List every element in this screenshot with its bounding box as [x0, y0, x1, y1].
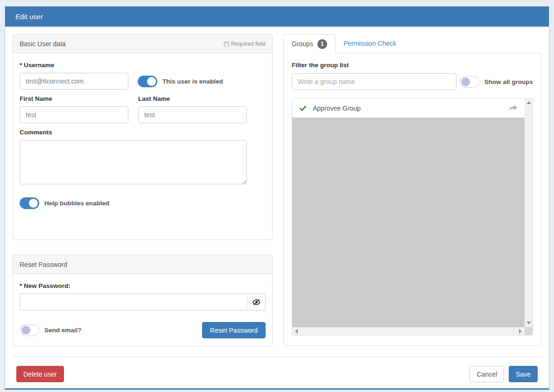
comments-textarea[interactable]: [20, 140, 247, 184]
names-row: First Name Last Name: [20, 90, 266, 123]
eye-off-icon: [252, 298, 261, 307]
new-password-label: * New Password:: [20, 282, 266, 289]
scroll-down-arrow-icon[interactable]: [526, 322, 531, 324]
left-column: Basic User data (*) Required field * Use…: [13, 34, 273, 346]
right-column: Groups 1 Permission Check Filter the gro…: [283, 34, 541, 346]
scroll-right-arrow-icon[interactable]: [519, 329, 522, 334]
basic-card-title: Basic User data: [20, 40, 66, 48]
first-name-label: First Name: [20, 95, 128, 102]
vertical-scrollbar[interactable]: [525, 98, 533, 327]
toggle-knob: [29, 199, 38, 208]
modal-footer: Delete user Cancel Save: [13, 357, 541, 388]
groups-count-badge: 1: [317, 39, 327, 49]
send-email-label: Send email?: [44, 327, 82, 334]
toggle-password-visibility-button[interactable]: [247, 294, 266, 310]
scroll-left-arrow-icon[interactable]: [295, 329, 298, 334]
group-list-item[interactable]: Approvee Group: [292, 98, 525, 118]
edit-user-modal: Edit user Basic User data (*) Required f…: [5, 6, 549, 390]
user-enabled-toggle[interactable]: [138, 76, 157, 87]
show-all-groups-row: Show all groups: [459, 76, 533, 88]
modal-title: Edit user: [15, 13, 43, 21]
required-field-note: (*) Required field: [224, 41, 266, 47]
user-enabled-label: This user is enabled: [162, 78, 223, 85]
group-list: Approvee Group: [292, 98, 525, 327]
comments-label: Comments: [20, 129, 266, 136]
cancel-button[interactable]: Cancel: [470, 366, 504, 382]
send-email-toggle[interactable]: [20, 324, 39, 336]
first-name-col: First Name: [20, 90, 128, 123]
help-bubbles-row: Help bubbles enabled: [20, 197, 266, 209]
username-input[interactable]: [20, 73, 128, 90]
help-bubbles-toggle[interactable]: [20, 197, 39, 209]
check-icon: [299, 105, 307, 112]
new-password-input[interactable]: [20, 294, 247, 310]
username-row: This user is enabled: [20, 73, 266, 90]
basic-card-body: * Username This user is enabled First Na…: [13, 53, 272, 239]
password-input-group: [20, 294, 266, 310]
group-filter-input[interactable]: [292, 73, 456, 90]
groups-tab-panel: Filter the group list Show all groups: [283, 53, 541, 346]
basic-user-data-card: Basic User data (*) Required field * Use…: [13, 34, 273, 240]
delete-user-button[interactable]: Delete user: [16, 366, 64, 382]
last-name-col: Last Name: [138, 90, 247, 123]
footer-right-actions: Cancel Save: [470, 366, 538, 382]
forward-arrow-icon[interactable]: [509, 104, 518, 112]
username-label: * Username: [20, 62, 266, 69]
send-email-row: Send email?: [20, 324, 82, 336]
show-all-groups-toggle[interactable]: [459, 76, 479, 88]
modal-header: Edit user: [5, 7, 549, 27]
reset-card-title: Reset Password: [20, 261, 67, 268]
group-name: Approvee Group: [313, 105, 361, 112]
last-name-label: Last Name: [138, 95, 247, 102]
tab-groups-label: Groups: [292, 40, 313, 48]
reset-password-button[interactable]: Reset Password: [202, 322, 266, 338]
first-name-input[interactable]: [20, 106, 128, 123]
basic-card-header: Basic User data (*) Required field: [13, 35, 272, 53]
reset-password-card: Reset Password * New Password:: [13, 255, 273, 346]
password-actions-row: Send email? Reset Password: [20, 322, 266, 338]
save-button[interactable]: Save: [509, 366, 538, 382]
tab-bar: Groups 1 Permission Check: [283, 34, 541, 53]
toggle-knob: [461, 77, 470, 86]
modal-body: Basic User data (*) Required field * Use…: [5, 27, 549, 346]
reset-card-header: Reset Password: [13, 255, 272, 274]
reset-card-body: * New Password:: [13, 274, 272, 345]
group-list-box: Approvee Group: [292, 98, 533, 336]
toggle-knob: [147, 77, 156, 86]
scroll-up-arrow-icon[interactable]: [526, 101, 531, 104]
show-all-groups-label: Show all groups: [484, 78, 533, 85]
tab-permission-check-label: Permission Check: [344, 40, 396, 47]
horizontal-scrollbar[interactable]: [292, 327, 525, 335]
scrollbar-corner: [525, 327, 533, 335]
filter-row: Show all groups: [292, 73, 533, 90]
tab-permission-check[interactable]: Permission Check: [336, 34, 404, 53]
last-name-input[interactable]: [138, 106, 247, 123]
filter-group-list-label: Filter the group list: [292, 62, 533, 69]
toggle-knob: [21, 326, 30, 335]
tab-groups[interactable]: Groups 1: [283, 34, 336, 53]
help-bubbles-label: Help bubbles enabled: [44, 200, 110, 207]
